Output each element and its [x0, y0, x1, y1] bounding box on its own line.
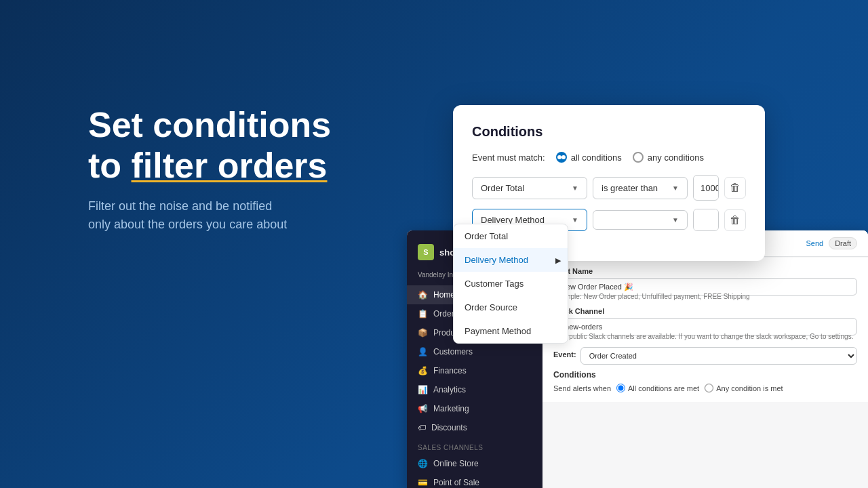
match-row: Event must match: all conditions any con…	[472, 152, 746, 163]
marketing-icon: 📢	[418, 404, 428, 413]
sidebar-item-finances[interactable]: 💰 Finances	[407, 361, 542, 380]
radio-any-circle	[633, 152, 644, 163]
left-panel: Set conditions to filter orders Filter o…	[88, 105, 414, 234]
operator-select-1[interactable]: is greater than ▼	[593, 177, 688, 199]
sidebar-marketing-label: Marketing	[433, 404, 469, 413]
operator-select-1-value: is greater than	[601, 183, 658, 193]
delete-btn-2[interactable]: 🗑	[724, 209, 746, 231]
sidebar-home-label: Home	[433, 290, 455, 300]
customers-icon: 👤	[418, 347, 428, 357]
dropdown-item-order-total[interactable]: Order Total	[454, 224, 568, 248]
delete-btn-1[interactable]: 🗑	[724, 177, 746, 199]
radio-any-conditions-label: any conditions	[648, 152, 704, 163]
dropdown-order-total-label: Order Total	[465, 231, 508, 241]
subtext-line1: Filter out the noise and be notified	[88, 199, 272, 213]
dropdown-item-delivery-method[interactable]: Delivery Method ▶	[454, 248, 568, 272]
status-badge: Draft	[829, 237, 857, 249]
subtext-line2: only about the orders you care about	[88, 218, 287, 231]
dropdown-item-payment-method[interactable]: Payment Method	[454, 319, 568, 343]
alert-name-label: Alert Name	[553, 267, 857, 275]
operator-select-2[interactable]: ▼	[593, 210, 688, 230]
chevron-down-icon-4: ▼	[672, 216, 679, 224]
trash-icon-2: 🗑	[730, 214, 741, 226]
chevron-down-icon-3: ▼	[572, 216, 578, 224]
send-when-row: Send alerts when All conditions are met …	[553, 384, 857, 392]
sidebar-item-discounts[interactable]: 🏷 Discounts	[407, 418, 542, 437]
sales-channels-section: Sales channels	[407, 437, 542, 454]
radio-any-conditions-modal[interactable]: any conditions	[633, 152, 704, 163]
sidebar-analytics-label: Analytics	[433, 385, 466, 394]
radio-all-label: All conditions are met	[628, 384, 699, 392]
field-select-1-value: Order Total	[481, 183, 524, 193]
dropdown-payment-method-label: Payment Method	[465, 326, 531, 336]
modal-title: Conditions	[472, 124, 746, 140]
sidebar-item-online-store[interactable]: 🌐 Online Store	[407, 454, 542, 473]
pos-label: Point of Sale	[433, 478, 479, 487]
radio-any-condition[interactable]: Any condition is met	[705, 384, 783, 392]
slack-channel-hint: Only public Slack channels are available…	[553, 333, 857, 340]
dropdown-item-order-source[interactable]: Order Source	[454, 296, 568, 319]
radio-all-circle	[556, 152, 567, 163]
sidebar-item-analytics[interactable]: 📊 Analytics	[407, 380, 542, 399]
online-store-label: Online Store	[433, 459, 479, 468]
shopify-icon: S	[418, 244, 434, 260]
chevron-down-icon: ▼	[572, 184, 578, 192]
sidebar-item-marketing[interactable]: 📢 Marketing	[407, 399, 542, 418]
heading-line2: to	[88, 146, 132, 185]
conditions-section: Conditions Send alerts when All conditio…	[553, 370, 857, 392]
analytics-icon: 📊	[418, 385, 428, 394]
dropdown-item-customer-tags[interactable]: Customer Tags	[454, 272, 568, 296]
radio-any-label: Any condition is met	[716, 384, 783, 392]
conditions-title: Conditions	[553, 370, 857, 380]
main-heading: Set conditions to filter orders	[88, 105, 414, 186]
field-select-1[interactable]: Order Total ▼	[472, 177, 587, 199]
chevron-down-icon-2: ▼	[672, 184, 679, 192]
main-content: Slack Alerts Send Draft Alert Name Examp…	[542, 230, 868, 488]
radio-all-conditions[interactable]: All conditions are met	[616, 384, 699, 392]
sidebar-item-pos[interactable]: 💳 Point of Sale	[407, 473, 542, 488]
radio-all-conditions-modal[interactable]: all conditions	[556, 152, 622, 163]
orders-icon: 📋	[418, 309, 428, 319]
dropdown-order-source-label: Order Source	[465, 302, 517, 312]
sidebar-customers-label: Customers	[433, 347, 473, 357]
condition-row-1: Order Total ▼ is greater than ▼ CAD 🗑	[472, 175, 746, 201]
send-when-label: Send alerts when	[553, 384, 611, 392]
sidebar-item-customers[interactable]: 👤 Customers	[407, 342, 542, 361]
heading-highlight: filter orders	[132, 146, 328, 185]
sub-text: Filter out the noise and be notified onl…	[88, 197, 414, 234]
event-select[interactable]: Order Created	[580, 347, 857, 365]
pos-icon: 💳	[418, 478, 428, 487]
form-area: Alert Name Example: New Order placed, Un…	[542, 258, 868, 402]
discounts-icon: 🏷	[418, 423, 426, 432]
products-icon: 📦	[418, 328, 428, 338]
sidebar-discounts-label: Discounts	[431, 423, 467, 432]
dropdown-customer-tags-label: Customer Tags	[465, 279, 524, 289]
value-input-wrapper-2	[693, 209, 719, 231]
send-button[interactable]: Send	[806, 239, 823, 247]
cursor-pointer-icon: ▶	[555, 256, 561, 264]
finances-icon: 💰	[418, 366, 428, 375]
heading-line1: Set conditions	[88, 105, 331, 144]
event-label: Event:	[553, 350, 576, 359]
sidebar-finances-label: Finances	[433, 366, 467, 375]
slack-channel-label: Slack Channel	[553, 307, 857, 315]
event-row: Event: Order Created	[553, 347, 857, 365]
value-input-wrapper-1: CAD	[693, 175, 719, 201]
radio-all-conditions-label: all conditions	[571, 152, 622, 163]
value-input-2[interactable]	[694, 209, 719, 230]
trash-icon-1: 🗑	[730, 182, 741, 194]
field-dropdown: Order Total Delivery Method ▶ Customer T…	[453, 224, 568, 344]
online-store-icon: 🌐	[418, 459, 428, 468]
home-icon: 🏠	[418, 290, 428, 300]
match-label: Event must match:	[472, 152, 545, 163]
value-input-1[interactable]	[694, 178, 719, 199]
dropdown-delivery-method-label: Delivery Method	[465, 255, 528, 265]
